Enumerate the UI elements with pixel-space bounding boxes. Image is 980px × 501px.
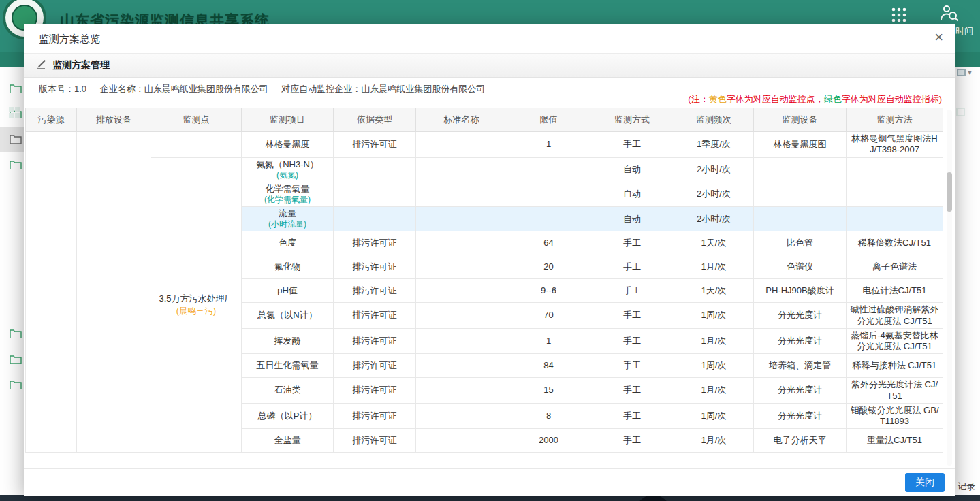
limit-cell: 84 <box>507 354 590 378</box>
apps-grid-icon[interactable] <box>891 7 907 26</box>
monitor-method-cell: 紫外分光光度计法 CJ/T51 <box>847 378 943 404</box>
monitor-device-cell: 分光光度计 <box>754 329 847 355</box>
monitor-frequency-cell: 1月/次 <box>674 429 754 453</box>
scrollbar-thumb[interactable] <box>947 172 952 212</box>
folder-icon <box>10 355 22 367</box>
limit-cell: 1 <box>507 329 590 355</box>
monitor-frequency-cell: 1周/次 <box>674 303 754 329</box>
basis-type-cell: 排污许可证 <box>334 354 416 378</box>
monitor-frequency-cell: 2小时/次 <box>674 158 754 182</box>
monitor-method-cell: 电位计法CJ/T51 <box>847 279 943 303</box>
sidebar-item[interactable] <box>0 76 24 101</box>
user-search-icon[interactable] <box>938 3 959 26</box>
panel-icon[interactable] <box>956 108 965 116</box>
sidebar-item[interactable] <box>0 152 24 178</box>
monitor-mode-cell: 手工 <box>590 404 674 430</box>
note-text: 字体为对应自动监控指标) <box>842 94 942 104</box>
plan-info: 版本号：1.0 企业名称：山东晨鸣纸业集团股份有限公司 对应自动监控企业：山东晨… <box>39 83 496 95</box>
standard-name-cell <box>416 354 507 378</box>
monitor-frequency-cell: 2小时/次 <box>674 182 754 207</box>
monitor-item-cell: 流量(小时流量) <box>242 207 334 231</box>
limit-cell: 64 <box>507 231 590 255</box>
section-header: 监测方案管理 <box>24 54 955 78</box>
monitor-device-cell: 分光光度计 <box>754 404 847 430</box>
modal-footer: 关闭 <box>24 468 955 496</box>
basis-type-cell: 排污许可证 <box>334 404 416 430</box>
monitor-frequency-cell: 1天/次 <box>674 231 754 255</box>
column-header: 监测项目 <box>242 108 334 132</box>
folder-icon <box>10 134 22 146</box>
plan-table-head: 污染源排放设备监测点监测项目依据类型标准名称限值监测方式监测频次监测设备监测方法 <box>25 108 943 132</box>
close-icon[interactable]: × <box>934 30 943 45</box>
legend-note: (注：黄色字体为对应自动监控点，绿色字体为对应自动监控指标) <box>688 93 942 106</box>
column-header: 排放设备 <box>77 108 151 132</box>
monitor-item-cell: pH值 <box>242 279 334 303</box>
note-text: 字体为对应自动监控点， <box>727 94 824 104</box>
column-header: 监测频次 <box>674 108 754 132</box>
standard-name-cell <box>416 378 507 404</box>
monitor-device-cell: 分光光度计 <box>754 378 847 404</box>
monitor-mode-cell: 自动 <box>590 182 674 207</box>
version-label: 版本号：1.0 <box>39 84 86 94</box>
monitor-device-cell: PH-HJ90B酸度计 <box>754 279 847 303</box>
monitor-mode-cell: 手工 <box>590 231 674 255</box>
close-button[interactable]: 关闭 <box>905 473 945 492</box>
basis-type-cell <box>334 158 416 182</box>
monitor-item-cell: 挥发酚 <box>242 329 334 355</box>
monitor-device-cell: 林格曼黑度图 <box>754 132 847 158</box>
window-icon <box>957 69 966 76</box>
monitor-mode-cell: 手工 <box>590 378 674 404</box>
standard-name-cell <box>416 429 507 453</box>
squares-grid-icon[interactable] <box>9 107 20 120</box>
plan-table: 污染源排放设备监测点监测项目依据类型标准名称限值监测方式监测频次监测设备监测方法… <box>25 108 943 453</box>
standard-name-cell <box>416 158 507 182</box>
monitor-item-cell: 色度 <box>242 231 334 255</box>
limit-cell: 20 <box>507 255 590 279</box>
auto-company-label: 对应自动监控企业：山东晨鸣纸业集团股份有限公司 <box>281 84 485 94</box>
monitor-point-cell: 3.5万方污水处理厂(晨鸣三污) <box>151 158 242 453</box>
monitor-frequency-cell: 1季度/次 <box>674 132 754 158</box>
limit-cell: 1 <box>507 132 590 158</box>
monitor-device-cell: 比色管 <box>754 231 847 255</box>
standard-name-cell <box>416 329 507 355</box>
company-label: 企业名称：山东晨鸣纸业集团股份有限公司 <box>100 84 268 94</box>
basis-type-cell: 排污许可证 <box>334 231 416 255</box>
monitor-mode-cell: 手工 <box>590 279 674 303</box>
monitor-frequency-cell: 2小时/次 <box>674 207 754 231</box>
plan-table-container: 污染源排放设备监测点监测项目依据类型标准名称限值监测方式监测频次监测设备监测方法… <box>25 108 943 467</box>
monitor-item-cell: 总磷（以P计） <box>242 404 334 430</box>
sidebar-item-selected[interactable] <box>0 127 24 152</box>
monitor-method-cell: 重量法CJ/T51 <box>847 429 943 453</box>
standard-name-cell <box>416 404 507 430</box>
pencil-icon <box>36 59 46 72</box>
standard-name-cell <box>416 231 507 255</box>
sidebar-item[interactable] <box>0 372 24 398</box>
monitor-frequency-cell: 1月/次 <box>674 255 754 279</box>
monitor-method-cell: 稀释与接种法 CJ/T51 <box>847 354 943 378</box>
monitor-frequency-cell: 1月/次 <box>674 329 754 355</box>
monitor-method-cell: 离子色谱法 <box>847 255 943 279</box>
scrollbar-track[interactable] <box>947 110 952 466</box>
header-row: 污染源排放设备监测点监测项目依据类型标准名称限值监测方式监测频次监测设备监测方法 <box>25 108 943 132</box>
column-header: 污染源 <box>25 108 77 132</box>
monitor-method-cell: 蒸馏后-4氨基安替比林 分光光度法 CJ/T51 <box>847 329 943 355</box>
monitor-device-cell: 培养箱、滴定管 <box>754 354 847 378</box>
basis-type-cell: 排污许可证 <box>334 303 416 329</box>
plan-table-body: 林格曼黑度排污许可证1手工1季度/次林格曼黑度图林格曼烟气黑度图法HJ/T398… <box>25 132 943 453</box>
monitor-frequency-cell: 1周/次 <box>674 404 754 430</box>
monitor-device-cell <box>754 207 847 231</box>
monitor-device-cell: 分光光度计 <box>754 303 847 329</box>
monitor-mode-cell: 手工 <box>590 303 674 329</box>
column-header: 标准名称 <box>416 108 507 132</box>
limit-cell <box>507 207 590 231</box>
monitor-mode-cell: 手工 <box>590 329 674 355</box>
monitor-device-cell <box>754 182 847 207</box>
basis-type-cell: 排污许可证 <box>334 429 416 453</box>
sidebar-item[interactable] <box>0 347 24 372</box>
window-dropdown[interactable]: ▾ <box>957 67 972 77</box>
sidebar-item[interactable] <box>0 321 24 346</box>
note-text: (注： <box>688 94 708 104</box>
monitor-method-cell: 钼酸铵分光光度法 GB/T11893 <box>847 404 943 430</box>
monitor-mode-cell: 手工 <box>590 255 674 279</box>
monitor-item-cell: 全盐量 <box>242 429 334 453</box>
